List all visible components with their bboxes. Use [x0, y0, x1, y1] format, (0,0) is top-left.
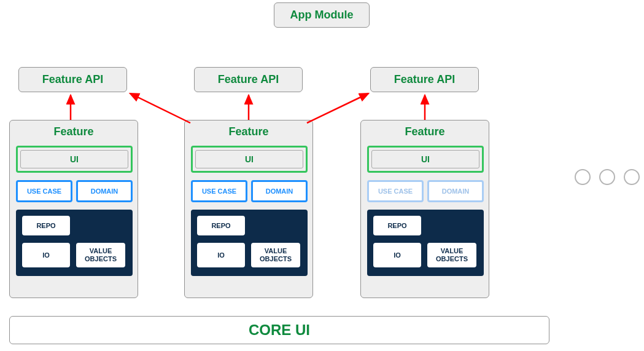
- feature-api-label-1: Feature API: [42, 73, 103, 86]
- ui-label-2: UI: [195, 150, 303, 168]
- ui-layer-3: UI: [367, 146, 484, 173]
- data-layer-2: REPO IO VALUE OBJECTS: [191, 210, 308, 276]
- data-layer-1: REPO IO VALUE OBJECTS: [16, 210, 133, 276]
- value-objects-chip-1: VALUE OBJECTS: [76, 243, 125, 267]
- feature-api-box-3: Feature API: [370, 67, 479, 92]
- feature-block-3: Feature UI USE CASE DOMAIN REPO IO VALUE…: [360, 120, 489, 298]
- value-objects-chip-2: VALUE OBJECTS: [251, 243, 300, 267]
- io-chip-3: IO: [373, 243, 421, 267]
- feature-title-3: Feature: [361, 125, 489, 138]
- feature-api-label-3: Feature API: [394, 73, 455, 86]
- feature-api-box-1: Feature API: [18, 67, 127, 92]
- svg-line-4: [307, 93, 368, 123]
- use-case-chip-3: USE CASE: [367, 180, 424, 202]
- domain-chip-1: DOMAIN: [76, 180, 133, 202]
- vo-text-2: VALUE OBJECTS: [260, 247, 292, 262]
- vo-text-3: VALUE OBJECTS: [436, 247, 468, 262]
- feature-block-1: Feature UI USE CASE DOMAIN REPO IO VALUE…: [9, 120, 138, 298]
- svg-line-3: [130, 93, 190, 123]
- mid-row-2: USE CASE DOMAIN: [191, 180, 308, 202]
- vo-text-1: VALUE OBJECTS: [85, 247, 117, 262]
- ui-label-1: UI: [20, 150, 128, 168]
- value-objects-chip-3: VALUE OBJECTS: [427, 243, 476, 267]
- data-layer-3: REPO IO VALUE OBJECTS: [367, 210, 484, 276]
- app-module-box: App Module: [274, 2, 370, 28]
- ui-label-3: UI: [371, 150, 479, 168]
- repo-chip-1: REPO: [22, 216, 70, 235]
- domain-chip-3: DOMAIN: [427, 180, 484, 202]
- ui-layer-2: UI: [191, 146, 308, 173]
- core-ui-label: CORE UI: [249, 321, 310, 339]
- ellipsis-dot-2: [599, 169, 615, 185]
- feature-title-1: Feature: [10, 125, 138, 138]
- io-chip-1: IO: [22, 243, 70, 267]
- feature-api-box-2: Feature API: [194, 67, 303, 92]
- repo-chip-2: REPO: [197, 216, 245, 235]
- use-case-chip-1: USE CASE: [16, 180, 72, 202]
- ellipsis-dot-1: [575, 169, 591, 185]
- app-module-label: App Module: [290, 9, 354, 22]
- feature-title-2: Feature: [185, 125, 312, 138]
- ellipsis-dot-3: [624, 169, 640, 185]
- repo-chip-3: REPO: [373, 216, 421, 235]
- io-chip-2: IO: [197, 243, 245, 267]
- ui-layer-1: UI: [16, 146, 133, 173]
- feature-block-2: Feature UI USE CASE DOMAIN REPO IO VALUE…: [184, 120, 313, 298]
- core-ui-box: CORE UI: [9, 316, 549, 344]
- feature-api-label-2: Feature API: [218, 73, 279, 86]
- use-case-chip-2: USE CASE: [191, 180, 247, 202]
- mid-row-3: USE CASE DOMAIN: [367, 180, 484, 202]
- domain-chip-2: DOMAIN: [251, 180, 308, 202]
- mid-row-1: USE CASE DOMAIN: [16, 180, 133, 202]
